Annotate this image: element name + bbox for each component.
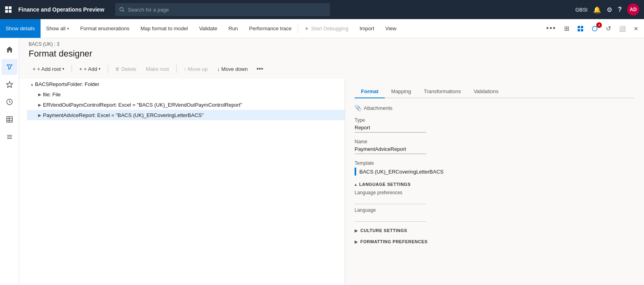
tree-toggle-file[interactable]: ▶ — [37, 91, 43, 98]
formatting-preferences-chevron-icon: ▶ — [355, 240, 358, 244]
add-button[interactable]: + + Add ▾ — [75, 64, 105, 74]
language-value[interactable] — [355, 215, 426, 222]
type-label: Type — [355, 117, 634, 123]
tree-item-payment-advice[interactable]: ▶ PaymentAdviceReport: Excel = "BACS (UK… — [27, 110, 345, 120]
svg-rect-13 — [7, 117, 12, 122]
top-bar-right: GBSI 🔔 ⚙ ? AD — [575, 4, 639, 16]
sidebar-star-icon[interactable] — [2, 76, 17, 92]
split-panel: ▴ BACSReportsFolder: Folder ▶ file: File… — [19, 79, 644, 285]
svg-rect-3 — [9, 10, 12, 13]
template-label: Template — [355, 160, 634, 166]
close-icon[interactable]: ✕ — [631, 24, 641, 33]
attachments-label[interactable]: Attachments — [364, 105, 392, 111]
validate-button[interactable]: Validate — [194, 19, 223, 38]
settings-icon[interactable]: ⚙ — [607, 6, 612, 14]
culture-settings-chevron-icon: ▶ — [355, 228, 358, 233]
move-down-icon: ↓ — [217, 66, 220, 72]
make-root-button[interactable]: Make root — [142, 64, 173, 74]
delete-button[interactable]: 🗑 Delete — [111, 64, 140, 74]
tree-item-bacs-folder[interactable]: ▴ BACSReportsFolder: Folder — [19, 79, 345, 89]
user-avatar[interactable]: AD — [627, 4, 639, 16]
add-root-button[interactable]: + + Add root ▾ — [29, 64, 68, 74]
type-value: Report — [355, 125, 426, 133]
top-bar: Finance and Operations Preview GBSI 🔔 ⚙ … — [0, 0, 644, 19]
svg-line-5 — [123, 10, 124, 12]
tab-validations[interactable]: Validations — [467, 85, 505, 98]
tree-toggle-er-vend[interactable]: ▶ — [37, 102, 43, 108]
svg-rect-0 — [5, 6, 8, 9]
app-title: Finance and Operations Preview — [18, 6, 104, 13]
tree-toggle-bacs[interactable]: ▴ — [29, 81, 35, 87]
refresh-icon[interactable]: ↺ — [603, 23, 613, 34]
culture-settings-header[interactable]: ▶ CULTURE SETTINGS — [355, 228, 634, 233]
tree-item-er-vend[interactable]: ▶ ERVendOutPaymControlReport: Excel = "B… — [27, 100, 345, 110]
start-debugging-button[interactable]: Start Debugging — [299, 19, 354, 38]
help-icon[interactable]: ? — [618, 6, 622, 13]
search-bar[interactable] — [115, 3, 330, 16]
sidebar-clock-icon[interactable] — [2, 94, 17, 110]
show-all-label: Show all — [46, 25, 66, 31]
more-options-button[interactable]: ••• — [544, 23, 559, 34]
move-up-button[interactable]: ↑ Move up — [180, 64, 211, 74]
tab-transformations[interactable]: Transformations — [417, 85, 467, 98]
toolbar-sep-3 — [176, 65, 177, 73]
svg-rect-7 — [581, 26, 583, 28]
search-input[interactable] — [128, 7, 326, 13]
pin-icon[interactable]: ⊞ — [562, 23, 572, 34]
sidebar-table-icon[interactable] — [2, 111, 17, 127]
format-enumerations-button[interactable]: Format enumerations — [75, 19, 135, 38]
tab-format[interactable]: Format — [355, 85, 385, 98]
svg-rect-1 — [9, 6, 12, 9]
make-root-label: Make root — [146, 66, 169, 72]
performance-trace-button[interactable]: Performance trace — [244, 19, 297, 38]
main-layout: BACS (UK) : 3 Format designer + + Add ro… — [0, 38, 644, 285]
type-field-group: Type Report — [355, 117, 634, 133]
language-settings-chevron-icon: ▴ — [355, 182, 357, 187]
notification-icon[interactable]: 🔔 — [593, 6, 601, 14]
ribbon-right: ••• ⊞ 4 ↺ ⬜ ✕ — [544, 23, 644, 34]
start-debugging-label: Start Debugging — [311, 25, 348, 31]
import-button[interactable]: Import — [354, 19, 380, 38]
sidebar-home-icon[interactable] — [2, 41, 17, 57]
tab-mapping[interactable]: Mapping — [385, 85, 417, 98]
personalize-icon[interactable] — [575, 24, 586, 33]
language-label: Language — [355, 207, 634, 213]
show-details-button[interactable]: Show details — [0, 19, 41, 38]
add-label: + Add — [84, 66, 97, 72]
show-all-button[interactable]: Show all ▾ — [41, 19, 75, 38]
formatting-preferences-header[interactable]: ▶ FORMATTING PREFERENCES — [355, 239, 634, 244]
view-button[interactable]: View — [380, 19, 402, 38]
ribbon-sep-1 — [298, 24, 298, 33]
move-down-button[interactable]: ↓ Move down — [213, 64, 252, 74]
tree-toggle-payment-advice[interactable]: ▶ — [37, 112, 43, 118]
language-settings-header[interactable]: ▴ LANGUAGE SETTINGS — [355, 182, 634, 187]
add-root-chevron-icon: ▾ — [62, 67, 64, 71]
name-value[interactable]: PaymentAdviceReport — [355, 146, 426, 154]
name-label: Name — [355, 139, 634, 144]
sidebar-list-icon[interactable] — [2, 129, 17, 145]
ribbon: Show details Show all ▾ Format enumerati… — [0, 19, 644, 38]
popout-icon[interactable]: ⬜ — [617, 24, 628, 33]
sidebar-filter-icon[interactable] — [2, 59, 17, 75]
map-format-to-model-button[interactable]: Map format to model — [135, 19, 193, 38]
app-grid-icon[interactable] — [5, 6, 12, 13]
tree-label-payment-advice: PaymentAdviceReport: Excel = "BACS (UK)_… — [43, 112, 204, 118]
tree-panel: ▴ BACSReportsFolder: Folder ▶ file: File… — [19, 79, 345, 285]
tree-label-file: file: File — [43, 92, 61, 98]
language-preferences-value[interactable] — [355, 197, 426, 204]
template-row: BACS (UK)_ERCoveringLetterBACS — [355, 168, 634, 176]
left-sidebar — [0, 38, 19, 285]
delete-icon: 🗑 — [115, 66, 120, 71]
more-options-button[interactable]: ••• — [253, 64, 266, 74]
add-icon: + — [79, 66, 82, 72]
svg-point-4 — [120, 8, 124, 11]
language-preferences-field: Language preferences — [355, 190, 634, 204]
badge-count: 4 — [596, 22, 602, 28]
tree-label-er-vend: ERVendOutPaymControlReport: Excel = "BAC… — [43, 102, 242, 108]
language-settings-label: LANGUAGE SETTINGS — [359, 182, 411, 187]
content-area: BACS (UK) : 3 Format designer + + Add ro… — [19, 38, 644, 285]
toolbar-sep-1 — [72, 65, 72, 73]
breadcrumb: BACS (UK) : 3 — [19, 38, 644, 47]
run-button[interactable]: Run — [223, 19, 244, 38]
tree-item-file[interactable]: ▶ file: File — [27, 89, 345, 100]
